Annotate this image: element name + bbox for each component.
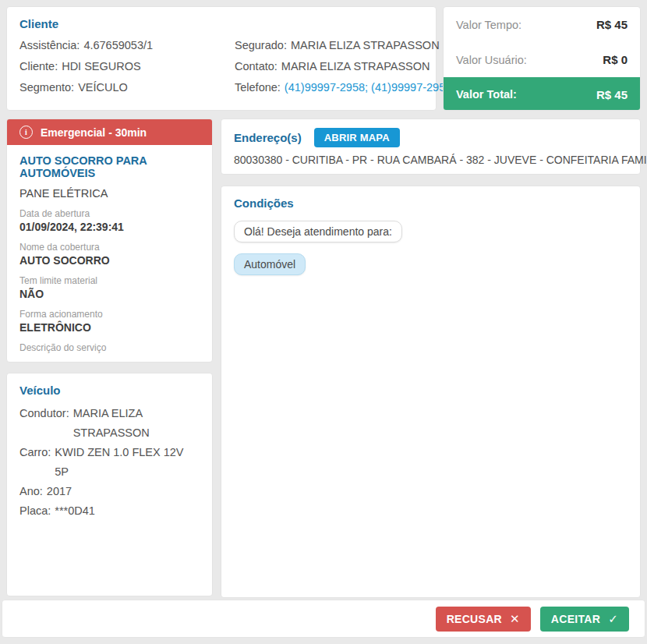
condition-chip-automovel: Automóvel [234,253,306,275]
refuse-button-label: RECUSAR [447,613,502,625]
vehicle-card: Veículo Condutor: MARIA ELIZA STRAPASSON… [6,373,213,596]
action-bar: RECUSAR ✕ ACEITAR ✓ [2,600,645,638]
values-card: Valor Tempo: R$ 45 Valor Usuário: R$ 0 V… [443,6,641,111]
address-text: 80030380 - CURITIBA - PR - RUA CAMBARÁ -… [234,154,628,166]
service-field-limite-material: Tem limite material NÃO [19,275,200,300]
check-icon: ✓ [608,612,618,626]
open-map-button[interactable]: ABRIR MAPA [314,128,400,147]
service-card: i Emergencial - 30min AUTO SOCORRO PARA … [6,119,213,363]
vehicle-field-placa: Placa: ***0D41 [19,501,200,521]
emergency-banner-label: Emergencial - 30min [41,126,147,139]
dispatch-screen: Cliente Assistência: 4.67659053/1 Client… [0,0,647,644]
client-field-segmento: Segmento: VEÍCULO [19,77,235,98]
vehicle-rows: Condutor: MARIA ELIZA STRAPASSON Carro: … [19,404,200,521]
service-field-data-abertura: Data de abertura 01/09/2024, 22:39:41 [19,208,200,233]
vehicle-card-title: Veículo [19,384,200,397]
service-field-cobertura: Nome da cobertura AUTO SOCORRO [19,242,200,267]
conditions-chips: Olá! Deseja atendimento para: Automóvel [234,210,628,275]
value-row-tempo: Valor Tempo: R$ 45 [444,7,640,42]
emergency-banner: i Emergencial - 30min [7,119,212,145]
client-field-contato: Contato: MARIA ELIZA STRAPASSON [235,56,451,77]
client-field-telefone: Telefone: (41)99997-2958; (41)99997-2958 [235,77,451,98]
info-icon: i [19,126,33,139]
address-card: Endereço(s) ABRIR MAPA 80030380 - CURITI… [221,119,641,175]
client-columns: Assistência: 4.67659053/1 Cliente: HDI S… [19,35,423,98]
condition-chip-greeting: Olá! Deseja atendimento para: [234,221,402,242]
address-card-title: Endereço(s) [234,131,302,144]
address-header: Endereço(s) ABRIR MAPA [234,128,628,147]
close-icon: ✕ [510,612,520,626]
phone-link[interactable]: (41)99997-2958; (41)99997-2958 [285,77,451,98]
vehicle-field-condutor: Condutor: MARIA ELIZA STRAPASSON [19,404,200,443]
client-column-right: Segurado: MARIA ELIZA STRAPASSON Contato… [235,35,451,98]
service-title: AUTO SOCORRO PARA AUTOMÓVEIS [19,154,200,179]
accept-button-label: ACEITAR [551,613,600,625]
value-row-usuario: Valor Usuário: R$ 0 [444,42,640,77]
vehicle-field-carro: Carro: KWID ZEN 1.0 FLEX 12V 5P [19,443,200,482]
refuse-button[interactable]: RECUSAR ✕ [436,607,531,632]
value-row-total: Valor Total: R$ 45 [444,77,640,111]
conditions-card: Condições Olá! Deseja atendimento para: … [221,186,641,598]
vehicle-field-ano: Ano: 2017 [19,482,200,501]
client-card: Cliente Assistência: 4.67659053/1 Client… [6,6,437,111]
client-field-assistencia: Assistência: 4.67659053/1 [19,35,235,56]
service-field-descricao: Descrição do serviço . [19,342,200,363]
service-subtitle: PANE ELÉTRICA [19,187,200,200]
service-card-body: AUTO SOCORRO PARA AUTOMÓVEIS PANE ELÉTRI… [7,145,212,363]
client-field-cliente: Cliente: HDI SEGUROS [19,56,235,77]
client-card-title: Cliente [19,17,423,30]
service-field-forma-acionamento: Forma acionamento ELETRÔNICO [19,309,200,334]
conditions-card-title: Condições [234,196,628,210]
client-field-segurado: Segurado: MARIA ELIZA STRAPASSON [235,35,451,56]
accept-button[interactable]: ACEITAR ✓ [540,607,629,632]
client-column-left: Assistência: 4.67659053/1 Cliente: HDI S… [19,35,235,98]
